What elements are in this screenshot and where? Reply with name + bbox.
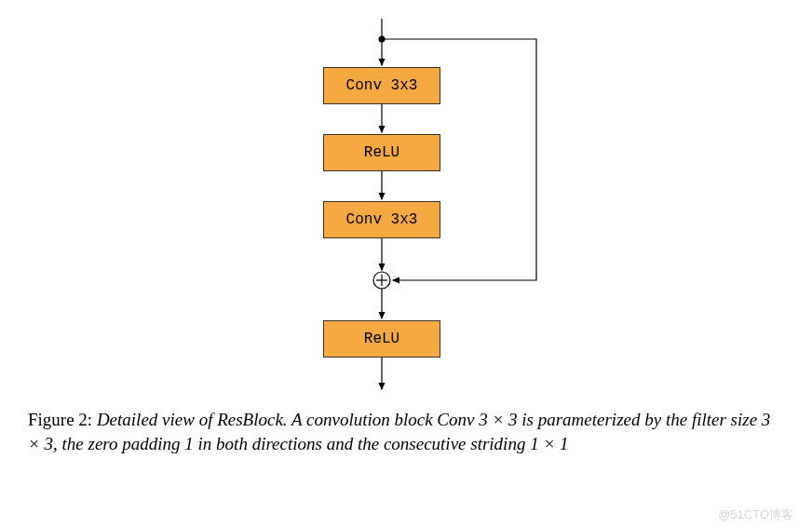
block-relu2: ReLU	[323, 320, 440, 358]
block-conv2: Conv 3x3	[323, 201, 440, 238]
block-label: ReLU	[364, 331, 399, 347]
figure-caption: Figure 2: Detailed view of ResBlock. A c…	[19, 408, 793, 455]
caption-math: 1 × 1	[530, 434, 568, 453]
caption-text: Detailed view of ResBlock. A convolution…	[97, 410, 479, 429]
caption-math: 3 × 3	[479, 410, 517, 429]
block-label: ReLU	[364, 144, 399, 161]
caption-text: , the zero padding 1 in both directions …	[53, 434, 530, 453]
caption-text: is parameterized by the filter size	[518, 410, 762, 429]
figure-label: Figure 2:	[28, 410, 92, 429]
block-relu1: ReLU	[323, 134, 440, 171]
resblock-diagram: Conv 3x3 ReLU Conv 3x3 ReLU	[19, 19, 793, 400]
block-label: Conv 3x3	[346, 211, 418, 228]
block-conv1: Conv 3x3	[323, 67, 440, 104]
block-label: Conv 3x3	[346, 77, 418, 94]
